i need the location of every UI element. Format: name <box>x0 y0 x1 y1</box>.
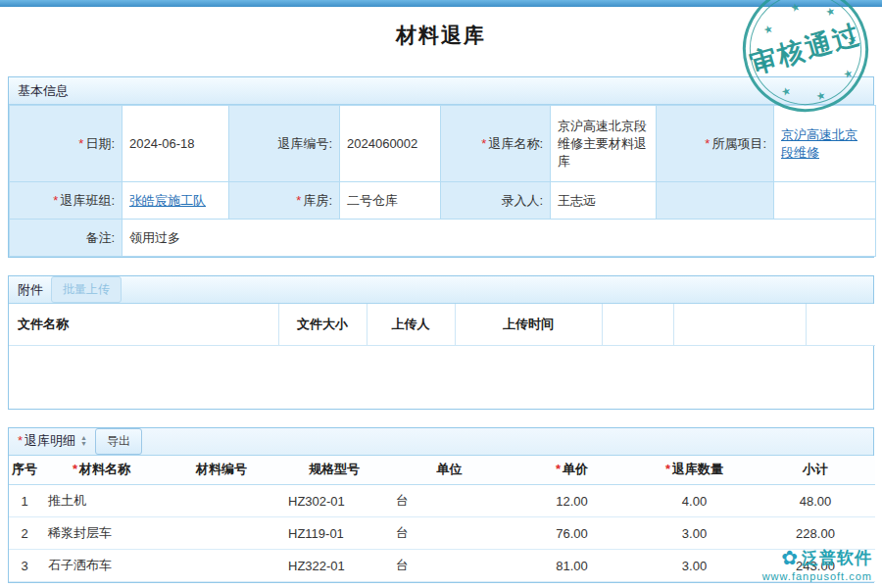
code-value: 2024060002 <box>340 106 441 182</box>
cell-material-code <box>163 517 280 550</box>
attachments-table: 文件名称 文件大小 上传人 上传时间 <box>9 304 875 346</box>
star-icon: ★ <box>758 57 770 72</box>
cell-subtotal: 48.00 <box>756 485 875 517</box>
entry-label: 录入人: <box>441 182 551 220</box>
cell-unit: 台 <box>388 550 511 582</box>
col-seq: 序号 <box>9 456 40 485</box>
project-label: *所属项目: <box>657 106 774 182</box>
cell-material-code <box>163 485 280 517</box>
cell-material-code <box>163 550 280 582</box>
name-value: 京沪高速北京段维修主要材料退库 <box>551 106 657 182</box>
batch-upload-button[interactable]: 批量上传 <box>51 276 122 303</box>
cell-seq: 3 <box>9 550 40 582</box>
col-empty <box>806 304 875 345</box>
team-value: 张皓宸施工队 <box>122 182 229 220</box>
top-accent-bar <box>0 0 882 7</box>
details-title: *退库明细 <box>18 432 75 450</box>
date-value: 2024-06-18 <box>122 106 229 182</box>
col-uploader: 上传人 <box>367 304 455 345</box>
basic-info-title: 基本信息 <box>18 82 69 100</box>
cell-material-name: 推土机 <box>40 485 163 517</box>
name-label: *退库名称: <box>441 106 551 182</box>
cell-subtotal: 228.00 <box>756 517 875 550</box>
warehouse-label: *库房: <box>229 182 340 220</box>
cell-unit-price: 76.00 <box>511 517 633 550</box>
required-marker: * <box>18 433 23 448</box>
attachments-header: 附件 批量上传 <box>9 276 873 304</box>
col-unit: 单位 <box>388 456 511 485</box>
empty-label-cell <box>657 182 774 220</box>
cell-seq: 2 <box>9 517 40 550</box>
team-link[interactable]: 张皓宸施工队 <box>129 193 206 208</box>
details-header: *退库明细 ▲ ▼ 导出 <box>9 428 873 456</box>
col-subtotal: 小计 <box>756 456 875 485</box>
remark-value: 领用过多 <box>122 220 876 257</box>
brand-watermark: ✿ 泛普软件 www.fanpusoft.com <box>762 546 872 582</box>
col-file-name: 文件名称 <box>9 304 278 345</box>
cell-spec-model: HZ302-01 <box>280 485 388 517</box>
export-button[interactable]: 导出 <box>95 428 142 455</box>
col-empty <box>602 304 673 345</box>
required-marker: * <box>665 462 670 476</box>
page-title: 材料退库 <box>0 7 882 47</box>
cell-unit: 台 <box>388 485 511 517</box>
col-material-code: 材料编号 <box>163 456 280 485</box>
required-marker: * <box>78 136 83 151</box>
details-header-row: 序号 *材料名称 材料编号 规格型号 单位 *单价 *退库数量 小计 <box>9 456 875 485</box>
basic-info-table: *日期: 2024-06-18 退库编号: 2024060002 *退库名称: … <box>9 105 876 257</box>
remark-label: 备注: <box>10 220 122 257</box>
cell-unit-price: 81.00 <box>511 550 633 582</box>
required-marker: * <box>481 136 486 151</box>
cell-material-name: 石子洒布车 <box>40 550 163 582</box>
brand-name: 泛普软件 <box>802 547 872 569</box>
table-row[interactable]: 3 石子洒布车 HZ322-01 台 81.00 3.00 243.00 <box>9 550 875 582</box>
table-row[interactable]: 2 稀浆封层车 HZ119-01 台 76.00 3.00 228.00 <box>9 517 875 550</box>
brand-url: www.fanpusoft.com <box>762 570 872 582</box>
col-return-qty: *退库数量 <box>633 456 756 485</box>
col-spec-model: 规格型号 <box>280 456 388 485</box>
cell-seq: 1 <box>9 485 40 517</box>
table-row[interactable]: 1 推土机 HZ302-01 台 12.00 4.00 48.00 <box>9 485 875 517</box>
attachments-empty-area <box>9 346 873 409</box>
required-marker: * <box>705 136 710 151</box>
col-file-size: 文件大小 <box>278 304 367 345</box>
cell-return-qty: 3.00 <box>633 550 756 582</box>
cell-spec-model: HZ119-01 <box>280 517 388 550</box>
details-table: 序号 *材料名称 材料编号 规格型号 单位 *单价 *退库数量 小计 1 推土机… <box>9 456 875 583</box>
team-label: *退库班组: <box>10 182 122 220</box>
attachments-title: 附件 <box>18 281 43 299</box>
attachments-section: 附件 批量上传 文件名称 文件大小 上传人 上传时间 <box>8 275 874 410</box>
date-label: *日期: <box>10 106 122 182</box>
code-label: 退库编号: <box>229 106 340 182</box>
basic-info-header: 基本信息 <box>9 77 873 105</box>
empty-value-cell <box>774 182 876 220</box>
col-upload-time: 上传时间 <box>455 304 602 345</box>
cell-spec-model: HZ322-01 <box>280 550 388 582</box>
details-section: *退库明细 ▲ ▼ 导出 序号 *材料名称 材料编号 规格型号 单位 *单价 *… <box>8 427 874 584</box>
cell-unit-price: 12.00 <box>511 485 633 517</box>
warehouse-value: 二号仓库 <box>340 182 441 220</box>
required-marker: * <box>556 462 561 476</box>
entry-value: 王志远 <box>551 182 657 220</box>
required-marker: * <box>296 193 301 208</box>
col-unit-price: *单价 <box>511 456 633 485</box>
sort-down-icon: ▼ <box>80 441 87 447</box>
cell-material-name: 稀浆封层车 <box>40 517 163 550</box>
cell-return-qty: 3.00 <box>633 517 756 550</box>
brand-flower-icon: ✿ <box>781 546 798 569</box>
project-link[interactable]: 京沪高速北京段维修 <box>781 127 858 160</box>
col-material-name: *材料名称 <box>40 456 163 485</box>
project-value: 京沪高速北京段维修 <box>774 106 876 182</box>
required-marker: * <box>73 462 77 476</box>
cell-unit: 台 <box>388 517 511 550</box>
basic-info-section: 基本信息 *日期: 2024-06-18 退库编号: 2024060002 *退… <box>8 76 874 258</box>
col-empty <box>673 304 806 345</box>
cell-return-qty: 4.00 <box>633 485 756 517</box>
sort-icon[interactable]: ▲ ▼ <box>80 435 87 447</box>
required-marker: * <box>53 193 58 208</box>
